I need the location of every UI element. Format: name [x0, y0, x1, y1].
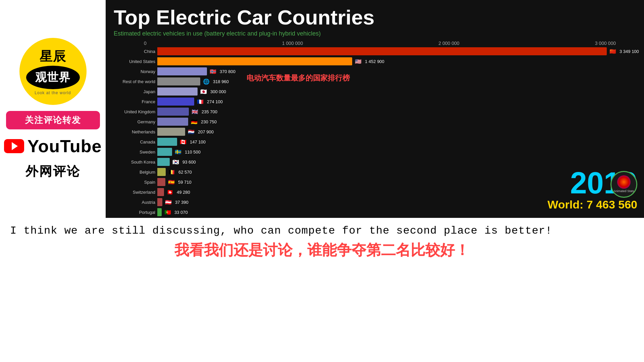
watermark: Animated Stats	[610, 171, 637, 198]
world-total: World: 7 463 560	[547, 198, 637, 211]
bar-value: 230 750	[201, 119, 217, 124]
bar-fill	[157, 188, 164, 196]
bottom-english-text: I think we are still discussing, who can…	[10, 225, 634, 237]
bar-fill	[157, 118, 188, 126]
bar-label: South Korea	[114, 160, 157, 165]
bar-label: Switzerland	[114, 190, 157, 195]
bar-row: Germany 🇩🇪 230 750	[114, 117, 636, 126]
bar-row: France 🇫🇷 274 100	[114, 97, 636, 106]
logo-circle: 星辰 观世界 Look at the world	[19, 38, 87, 105]
bar-fill	[157, 98, 194, 106]
bar-value: 3 349 100	[620, 49, 639, 54]
bar-fill	[157, 158, 170, 166]
chart-subtitle-en: Estimated electric vehicles in use (batt…	[114, 30, 636, 37]
bar-flag: 🇨🇦	[178, 138, 188, 145]
bar-flag: 🇳🇱	[186, 128, 196, 135]
logo-sub-text: Look at the world	[35, 90, 71, 95]
bar-container: 🇳🇱 207 900	[157, 128, 214, 136]
bar-value: 147 100	[190, 139, 206, 144]
bar-row: United Kingdom 🇬🇧 235 700	[114, 107, 636, 116]
bar-fill	[157, 108, 189, 116]
bar-label: Portugal	[114, 210, 157, 215]
bar-fill	[157, 128, 185, 136]
bar-value: 33 070	[174, 210, 188, 215]
bar-fill	[157, 138, 177, 146]
bar-flag: 🇫🇷	[196, 98, 205, 105]
logo-top-text: 星辰	[40, 48, 66, 65]
bar-container: 🇺🇸 1 452 900	[157, 57, 384, 65]
bar-container: 🇸🇪 110 500	[157, 148, 201, 156]
bar-flag: 🇳🇴	[208, 68, 218, 75]
axis-labels: 0 1 000 000 2 000 000 3 000 000	[114, 41, 636, 46]
bar-flag: 🇸🇪	[173, 148, 183, 155]
bar-row: Japan 🇯🇵 300 000	[114, 87, 636, 96]
bar-label: Germany	[114, 119, 157, 124]
bar-label: Japan	[114, 89, 157, 94]
bar-flag: 🌐	[202, 78, 211, 85]
bar-label: France	[114, 99, 157, 104]
logo-bottom-oval: 观世界	[26, 66, 80, 89]
bar-value: 49 280	[177, 190, 190, 195]
bar-value: 274 100	[207, 99, 223, 104]
youtube-play-icon	[12, 142, 18, 150]
bar-fill	[157, 168, 166, 176]
bar-fill	[157, 57, 352, 65]
bar-row: Rest of the world 🌐 318 960	[114, 77, 636, 86]
bar-flag: 🇨🇭	[165, 189, 175, 195]
bar-container: 🇩🇪 230 750	[157, 118, 217, 126]
bar-flag: 🇪🇸	[167, 179, 176, 185]
axis-label-0: 0	[144, 41, 147, 46]
chart-subtitle-cn: 电动汽车数量最多的国家排行榜	[247, 73, 350, 83]
bar-flag: 🇬🇧	[190, 108, 200, 115]
bar-fill	[157, 198, 162, 206]
bar-row: Netherlands 🇳🇱 207 900	[114, 127, 636, 136]
youtube-label: YouTube	[28, 136, 102, 156]
bar-flag: 🇺🇸	[354, 58, 363, 65]
bar-value: 37 390	[175, 200, 189, 205]
axis-label-3: 3 000 000	[595, 41, 616, 46]
bar-container: 🇧🇪 62 570	[157, 168, 192, 176]
bar-flag: 🇩🇪	[190, 118, 199, 125]
bar-label: Canada	[114, 139, 157, 144]
bar-fill	[157, 77, 200, 85]
bar-container: 🇯🇵 300 000	[157, 87, 226, 96]
bar-value: 93 600	[182, 160, 196, 165]
bar-container: 🇰🇷 93 600	[157, 158, 196, 166]
axis-label-2: 2 000 000	[438, 41, 459, 46]
bar-container: 🇫🇷 274 100	[157, 98, 223, 106]
bar-container: 🇵🇹 33 070	[157, 208, 188, 216]
bar-fill	[157, 148, 172, 156]
bar-value: 59 710	[178, 180, 192, 185]
main-content: 星辰 观世界 Look at the world 关注评论转发 YouTube …	[0, 0, 644, 218]
bar-flag: 🇦🇹	[164, 199, 173, 205]
bar-row: Canada 🇨🇦 147 100	[114, 137, 636, 146]
youtube-row: YouTube	[4, 136, 102, 156]
bar-row: United States 🇺🇸 1 452 900	[114, 57, 636, 66]
bar-flag: 🇵🇹	[163, 209, 172, 216]
bar-row: South Korea 🇰🇷 93 600	[114, 157, 636, 167]
bar-flag: 🇯🇵	[199, 88, 208, 95]
watermark-text: Animated Stats	[613, 175, 634, 193]
bar-fill	[157, 47, 607, 55]
bar-fill	[157, 67, 207, 75]
bar-container: 🇨🇦 147 100	[157, 138, 206, 146]
bar-flag: 🇰🇷	[171, 159, 180, 165]
bar-container: 🇦🇹 37 390	[157, 198, 189, 206]
bar-label: Netherlands	[114, 129, 157, 134]
bar-value: 62 570	[178, 170, 192, 175]
bar-label: China	[114, 49, 157, 54]
bar-label: Sweden	[114, 149, 157, 155]
bar-container: 🇨🇭 49 280	[157, 188, 190, 196]
follow-button[interactable]: 关注评论转发	[6, 111, 100, 129]
bar-label: United States	[114, 59, 157, 64]
sidebar: 星辰 观世界 Look at the world 关注评论转发 YouTube …	[0, 0, 106, 218]
bar-value: 318 960	[213, 79, 229, 84]
bar-flag: 🇨🇳	[608, 48, 618, 55]
logo-bottom-text: 观世界	[35, 70, 70, 85]
chart-title: Top Electric Car Countries	[106, 0, 644, 29]
bar-row: Finland 🇫🇮 29 370	[114, 218, 636, 218]
bar-row: Norway 🇳🇴 370 800	[114, 67, 636, 76]
bar-container: 🌐 318 960	[157, 77, 229, 85]
bar-container: 🇨🇳 3 349 100	[157, 47, 639, 55]
bar-container: 🇪🇸 59 710	[157, 178, 192, 186]
